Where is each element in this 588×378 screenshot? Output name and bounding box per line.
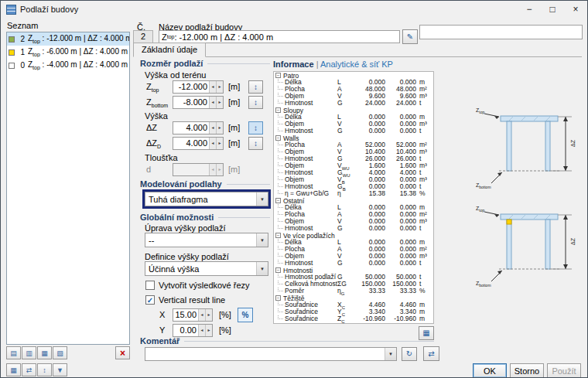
zbottom-input[interactable]: -8.000 ◂ ▸	[173, 96, 224, 109]
table-button[interactable]: ▦	[6, 363, 21, 376]
maximize-button[interactable]: □	[541, 1, 564, 18]
info-row-label: Délka	[274, 79, 337, 86]
chevron-down-icon[interactable]: ▼	[256, 192, 268, 206]
tree-collapse-icon[interactable]: −	[275, 267, 281, 273]
ztop-pick-button[interactable]: ↕	[248, 80, 263, 94]
height-adjust-select[interactable]: -- ▼	[145, 233, 268, 247]
info-value-analytical: 15.38	[354, 190, 385, 197]
dzd-input[interactable]: 4.000 ◂ ▸	[173, 137, 224, 150]
tree-collapse-icon[interactable]: −	[275, 135, 281, 141]
delete-storey-button[interactable]: ×	[115, 346, 130, 359]
ztop-input[interactable]: -12.000 ◂ ▸	[173, 80, 224, 94]
info-row-label: Souřadnice	[274, 308, 337, 315]
spin-down-icon[interactable]: ◂	[198, 309, 205, 321]
height-adjust-label: Úprava výšky podlaží	[145, 223, 226, 233]
dz-dimension-label: ΔZ	[570, 237, 576, 245]
spin-up-icon[interactable]: ▸	[205, 309, 212, 321]
info-unit: t	[416, 100, 433, 107]
tree-collapse-icon[interactable]: −	[275, 233, 281, 238]
export-button[interactable]: ↕	[37, 363, 52, 376]
storey-list-item[interactable]: 1Ztop : -6.000 m | ΔZ : 4.000 m	[7, 46, 129, 59]
tree-collapse-icon[interactable]: −	[275, 198, 281, 203]
tree-collapse-icon[interactable]: −	[275, 107, 281, 113]
list-view-button[interactable]: ▦	[37, 346, 52, 359]
spin-up-icon[interactable]: ▸	[205, 325, 212, 336]
info-row-label: Objem	[274, 148, 337, 155]
edit-name-button[interactable]: ✎	[402, 29, 418, 44]
storey-list-item[interactable]: 2Ztop : -12.000 m | ΔZ : 4.000 m	[7, 32, 129, 46]
spin-up-icon[interactable]: ▸	[216, 122, 223, 134]
info-row-symbol: η	[337, 190, 354, 197]
numbering-button[interactable]: ▧	[53, 346, 67, 359]
filter-button[interactable]: ▼	[53, 363, 67, 376]
storey-color-marker	[9, 49, 15, 56]
spin-up-icon[interactable]: ▸	[216, 97, 223, 108]
ztop-label: Ztop	[146, 82, 159, 93]
chevron-down-icon[interactable]: ▼	[256, 233, 268, 247]
name-preview-field[interactable]	[419, 25, 583, 39]
x-input[interactable]: 15.00 ◂ ▸	[173, 308, 213, 322]
chevron-down-icon[interactable]: ▼	[256, 262, 268, 275]
comment-input[interactable]: ▼	[145, 347, 397, 361]
new-storey-button[interactable]: ▤	[6, 346, 21, 359]
percent-toggle-button[interactable]: %	[238, 308, 253, 322]
pick-icon: ↕	[254, 98, 258, 107]
dz-sync-button[interactable]: ↕	[248, 121, 263, 135]
info-value-analytical: 0.000	[354, 128, 385, 135]
dz-input[interactable]: 4.000 ◂ ▸	[173, 121, 224, 135]
storey-list[interactable]: 2Ztop : -12.000 m | ΔZ : 4.000 m1Ztop : …	[6, 32, 130, 345]
units-settings-button[interactable]: ⇄	[423, 346, 439, 361]
chevron-down-icon[interactable]: ▼	[385, 348, 396, 360]
storey-number: 0	[18, 61, 25, 70]
cancel-button[interactable]: Storno	[510, 363, 544, 378]
storey-name-input[interactable]: Ztop : -12.000 m | ΔZ : 4.000 m	[159, 30, 400, 43]
floor-model-highlight: Tuhá diafragma ▼	[142, 189, 271, 209]
spin-down-icon[interactable]: ◂	[209, 138, 216, 149]
info-row-label: Hmotnost podlaží	[274, 274, 337, 281]
dzd-label: ΔZD	[146, 138, 161, 149]
zbottom-pick-button[interactable]: ↕	[248, 96, 263, 109]
height-definition-select[interactable]: Účinná výška ▼	[145, 261, 268, 276]
tree-collapse-icon[interactable]: −	[275, 295, 281, 301]
info-table: −PatroDélkaL0.0000.000mPlochaA48.00048.0…	[273, 71, 434, 324]
info-row-symbol: G	[337, 260, 354, 267]
minimize-icon: −	[526, 4, 532, 15]
info-row: SouřadniceZC-10.960-10.960m	[274, 315, 433, 322]
vertical-result-line-checkbox[interactable]: ✓	[145, 295, 155, 305]
table-icon: ▦	[10, 366, 17, 374]
info-tab-analytical[interactable]: Analytické & síť KP	[320, 60, 393, 69]
spin-up-icon[interactable]: ▸	[216, 138, 223, 149]
minimize-button[interactable]: −	[518, 1, 541, 18]
info-value-mesh: 24.000	[385, 100, 416, 107]
pick-icon: ↕	[254, 83, 258, 91]
info-group-name: Ostatní	[283, 197, 304, 205]
pick-icon: ↕	[254, 139, 258, 148]
spin-down-icon[interactable]: ◂	[198, 325, 205, 336]
info-value-mesh: 0.000	[385, 128, 416, 135]
dz-label: ΔZ	[146, 123, 157, 134]
spin-down-icon[interactable]: ◂	[209, 81, 216, 93]
comment-templates-button[interactable]: ↻	[402, 347, 417, 361]
floor-model-select[interactable]: Tuhá diafragma ▼	[145, 192, 268, 206]
copy-storey-button[interactable]: ▥	[22, 346, 36, 359]
storey-color-marker	[9, 36, 15, 43]
spin-up-icon[interactable]: ▸	[216, 81, 223, 93]
info-unit: %	[416, 190, 433, 197]
info-row-symbol: G	[337, 128, 354, 135]
tab-basic-data[interactable]: Základní údaje	[133, 43, 206, 57]
result-sections-checkbox[interactable]	[145, 281, 155, 290]
spin-down-icon[interactable]: ◂	[209, 122, 216, 134]
storey-label: Ztop : -6.000 m | ΔZ : 4.000 m	[28, 47, 128, 57]
y-input[interactable]: 0.00 ◂ ▸	[173, 324, 213, 337]
ok-button[interactable]: OK	[473, 363, 507, 378]
apply-button[interactable]: Použít	[547, 363, 581, 378]
dzd-sync-button[interactable]: ↕	[248, 137, 263, 150]
list-label: Seznam	[7, 21, 38, 30]
new-icon: ▤	[10, 349, 17, 357]
storey-color-marker	[9, 63, 15, 69]
spin-down-icon[interactable]: ◂	[209, 97, 216, 108]
tree-collapse-icon[interactable]: −	[275, 73, 281, 78]
storey-list-item[interactable]: 0Ztop : -4.000 m | ΔZ : 4.000 m	[7, 59, 129, 72]
import-button[interactable]: ⇄	[22, 363, 36, 376]
close-button[interactable]: ×	[564, 1, 587, 18]
